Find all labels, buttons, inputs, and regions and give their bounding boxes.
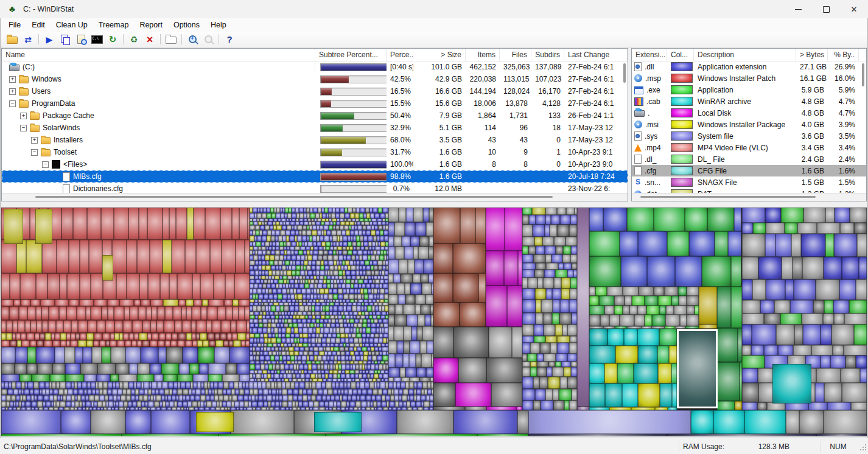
- copy-button[interactable]: [58, 33, 72, 46]
- extension-row-exe[interactable]: .exeApplication5.9 GB5.9%: [632, 84, 866, 96]
- size-cell: 16.6 GB: [413, 87, 466, 96]
- percent-bytes-cell: 1.6%: [828, 167, 859, 175]
- tree-row-package-cache[interactable]: +Package Cache50.4%7.9 GB1,8641,73113326…: [2, 110, 628, 122]
- zoom-out-button[interactable]: [201, 33, 215, 46]
- items-cell: 8: [466, 160, 500, 169]
- files-cell: 9: [500, 148, 531, 156]
- column-header-subtree-percent[interactable]: Subtree Percent...: [315, 49, 387, 61]
- extension-row-msi[interactable]: .msiWindows Installer Package4.0 GB3.9%: [632, 119, 866, 130]
- tree-row-files[interactable]: −<Files>100.0%1.6 GB88010-Apr-23 9:0: [2, 158, 628, 170]
- column-header-last-change[interactable]: Last Change: [564, 49, 628, 61]
- tree-name-cell: −ProgramData: [2, 99, 315, 108]
- open-button[interactable]: [5, 33, 19, 46]
- column-header-size[interactable]: > Size: [413, 49, 466, 61]
- treemap-canvas[interactable]: [1, 208, 867, 436]
- tree-row-toolset[interactable]: −Toolset31.7%1.6 GB109110-Apr-23 9:1: [2, 146, 628, 158]
- disc-file-icon: [634, 74, 642, 82]
- extension-horizontal-scrollbar[interactable]: [632, 193, 866, 201]
- items-cell: 220,038: [466, 75, 500, 83]
- expand-plus-icon[interactable]: +: [9, 88, 16, 95]
- column-header-description[interactable]: Description: [694, 49, 796, 61]
- tree-row-c[interactable]: (C:)[0:40 s]101.0 GB462,152325,063137,08…: [2, 61, 628, 73]
- menu-item-help[interactable]: Help: [205, 19, 232, 30]
- ram-usage: RAM Usage: 128.3 MB: [679, 441, 798, 452]
- percent-bytes-cell: 16.0%: [828, 74, 859, 83]
- tree-row-mibs-cfg[interactable]: MIBs.cfg98.8%1.6 GB20-Jul-18 7:24: [2, 170, 628, 183]
- color-cell: [667, 108, 694, 117]
- menu-item-clean-up[interactable]: Clean Up: [51, 19, 93, 30]
- tree-row-programdata[interactable]: −ProgramData15.5%15.6 GB18,00613,8784,12…: [2, 97, 628, 110]
- refresh-selected-button[interactable]: ↻: [105, 33, 120, 46]
- resize-grip[interactable]: [857, 441, 868, 452]
- description-cell: Local Disk: [694, 109, 796, 117]
- menu-item-options[interactable]: Options: [168, 19, 205, 30]
- extension-label: .exe: [646, 86, 660, 94]
- delete-to-recycle-bin-button[interactable]: ♻: [127, 33, 141, 46]
- expand-plus-icon[interactable]: +: [31, 137, 38, 144]
- column-header-files[interactable]: Files: [500, 49, 531, 61]
- extension-cell: .cab: [632, 97, 667, 106]
- collapse-minus-icon[interactable]: −: [42, 161, 49, 168]
- extension-row-[interactable]: .Local Disk4.8 GB4.7%: [632, 107, 866, 119]
- extension-row-sn[interactable]: S.sn...SNAGX File1.5 GB1.5%: [632, 176, 866, 188]
- description-cell: WinRAR archive: [694, 97, 796, 106]
- collapse-minus-icon[interactable]: −: [20, 125, 27, 131]
- expand-plus-icon[interactable]: +: [9, 76, 16, 83]
- column-header-name[interactable]: Name: [2, 49, 315, 61]
- extension-vscroll-thumb[interactable]: [862, 63, 864, 86]
- resume-button[interactable]: ▶: [42, 33, 57, 46]
- tree-row-dictionaries-cfg[interactable]: Dictionaries.cfg0.7%12.0 MB23-Nov-22 6:: [2, 183, 628, 194]
- tree-name-cell: +Windows: [2, 75, 315, 83]
- refresh-all-button[interactable]: ⇄: [21, 33, 35, 46]
- expand-plus-icon[interactable]: +: [20, 113, 27, 119]
- help-button[interactable]: ?: [222, 33, 237, 46]
- delete-button[interactable]: ×: [142, 33, 157, 46]
- extension-row-dll[interactable]: .dllApplication extension27.1 GB26.9%: [632, 61, 866, 72]
- files-cell: 325,063: [500, 63, 531, 71]
- menu-item-file[interactable]: File: [3, 19, 26, 30]
- size-cell: 42.9 GB: [413, 75, 466, 83]
- column-header-subdirs[interactable]: Subdirs: [531, 49, 564, 61]
- tree-hscroll-thumb[interactable]: [35, 196, 553, 198]
- extension-row-mp4[interactable]: .mp4MP4 Video File (VLC)3.4 GB3.4%: [632, 142, 866, 153]
- column-header-perce[interactable]: Perce...: [387, 49, 413, 61]
- command-prompt-button[interactable]: C:\: [89, 33, 104, 46]
- maximize-button[interactable]: [812, 0, 840, 18]
- explorer-here-button[interactable]: [74, 33, 88, 46]
- last-change-cell: 26-Feb-24 1:1: [564, 111, 628, 120]
- tree-name-cell: −<Files>: [2, 160, 315, 169]
- num-lock-indicator: NUM: [820, 441, 856, 452]
- tree-horizontal-scrollbar[interactable]: [2, 193, 628, 201]
- extension-row-msp[interactable]: .mspWindows Installer Patch16.1 GB16.0%: [632, 72, 866, 84]
- menu-item-edit[interactable]: Edit: [26, 19, 51, 30]
- size-cell: 5.1 GB: [413, 124, 466, 132]
- delete-x-icon: ×: [147, 35, 153, 44]
- tree-row-users[interactable]: +Users16.5%16.6 GB144,194128,02416,17027…: [2, 85, 628, 97]
- column-header-col[interactable]: Col...: [667, 49, 694, 61]
- tree-row-solarwinds[interactable]: −SolarWinds32.9%5.1 GB114961817-May-23 1…: [2, 122, 628, 134]
- extension-row-dl[interactable]: .dl_DL_ File2.4 GB2.4%: [632, 153, 866, 165]
- column-header-extensi[interactable]: Extensi...: [632, 49, 667, 61]
- tree-row-windows[interactable]: +Windows42.5%42.9 GB220,038113,015107,02…: [2, 73, 628, 85]
- extension-label: .cab: [646, 97, 660, 106]
- minimize-button[interactable]: [784, 0, 812, 18]
- new-folder-button[interactable]: [164, 33, 178, 46]
- close-button[interactable]: ✕: [840, 0, 868, 18]
- extension-row-sys[interactable]: .sysSystem file3.6 GB3.5%: [632, 130, 866, 142]
- collapse-minus-icon[interactable]: −: [9, 100, 16, 107]
- column-header-bytes[interactable]: > Bytes: [796, 49, 828, 61]
- tree-vscroll-thumb[interactable]: [623, 63, 626, 83]
- items-cell: 18,006: [466, 99, 500, 108]
- menu-item-report[interactable]: Report: [134, 19, 168, 30]
- bar-fill: [321, 88, 332, 95]
- collapse-minus-icon[interactable]: −: [31, 149, 38, 156]
- column-header-items[interactable]: Items: [466, 49, 500, 61]
- tree-row-installers[interactable]: +Installers68.0%3.5 GB4343017-May-23 12: [2, 134, 628, 146]
- column-header-by[interactable]: % By..: [828, 49, 859, 61]
- zoom-in-button[interactable]: +: [185, 33, 200, 46]
- menu-item-treemap[interactable]: Treemap: [93, 19, 135, 30]
- extension-row-cfg[interactable]: .cfgCFG File1.6 GB1.6%: [632, 165, 866, 176]
- extension-hscroll-thumb[interactable]: [640, 196, 816, 198]
- last-change-cell: 27-Feb-24 6:1: [564, 87, 628, 96]
- extension-row-cab[interactable]: .cabWinRAR archive4.8 GB4.7%: [632, 96, 866, 107]
